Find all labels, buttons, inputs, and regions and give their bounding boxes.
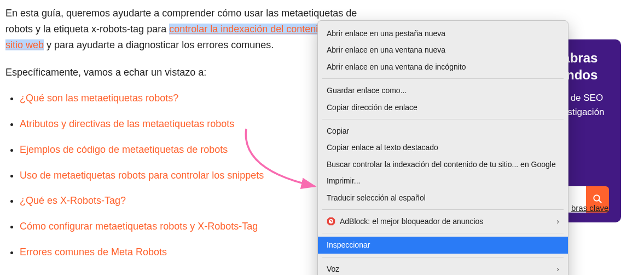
toc-list: ¿Qué son las metaetiquetas robots? Atrib… — [5, 90, 361, 260]
context-menu-item-label: Voz — [327, 263, 339, 275]
context-menu-item[interactable]: Copiar — [318, 123, 568, 139]
context-menu-item-label: Copiar — [327, 125, 349, 137]
context-menu-item[interactable]: Abrir enlace en una ventana nueva — [318, 42, 568, 58]
list-item: Errores comunes de Meta Robots — [20, 244, 361, 260]
toc-link[interactable]: ¿Qué es X-Robots-Tag? — [20, 195, 126, 206]
context-menu-separator — [322, 233, 564, 233]
context-menu-item-label: AdBlock: el mejor bloqueador de anuncios — [340, 215, 483, 227]
context-menu-item[interactable]: Guardar enlace como... — [318, 82, 568, 99]
context-menu-item[interactable]: Copiar enlace al texto destacado — [318, 139, 568, 156]
context-menu-item-label: Abrir enlace en una ventana nueva — [327, 44, 445, 56]
context-menu-separator — [322, 78, 564, 79]
toc-link[interactable]: Atributos y directivas de las metaetique… — [20, 118, 234, 129]
context-menu-separator — [322, 119, 564, 119]
sidebar-caption-link[interactable]: bras clave — [571, 202, 608, 215]
context-menu-item[interactable]: Imprimir... — [318, 173, 568, 189]
context-menu-item-label: Copiar enlace al texto destacado — [327, 141, 438, 153]
adblock-icon — [327, 217, 335, 226]
list-item: Uso de metaetiquetas robots para control… — [20, 168, 361, 184]
list-item: ¿Qué es X-Robots-Tag? — [20, 193, 361, 209]
toc-link[interactable]: Uso de metaetiquetas robots para control… — [20, 170, 264, 181]
context-menu-item-label: Traducir selección al español — [327, 192, 426, 204]
context-menu-item[interactable]: Inspeccionar — [318, 237, 568, 253]
list-item: Cómo configurar metaetiquetas robots y X… — [20, 219, 361, 234]
toc-link[interactable]: Ejemplos de código de metaetiquetas de r… — [20, 144, 228, 155]
context-menu-item-label: Buscar controlar la indexación del conte… — [327, 158, 556, 170]
chevron-right-icon: › — [556, 215, 559, 227]
context-menu-item[interactable]: Buscar controlar la indexación del conte… — [318, 156, 568, 173]
context-menu-item[interactable]: AdBlock: el mejor bloqueador de anuncios… — [318, 213, 568, 230]
context-menu-item-label: Abrir enlace en una ventana de incógnito — [327, 61, 466, 73]
context-menu-item-label: Abrir enlace en una pestaña nueva — [327, 27, 445, 39]
intro-paragraph: En esta guía, queremos ayudarte a compre… — [5, 5, 361, 53]
context-menu-item[interactable]: Abrir enlace en una pestaña nueva — [318, 25, 568, 42]
context-menu-item-label: Guardar enlace como... — [327, 84, 407, 96]
intro-suffix: y para ayudarte a diagnosticar los error… — [44, 39, 274, 50]
context-menu: Abrir enlace en una pestaña nuevaAbrir e… — [317, 20, 568, 275]
subheading: Específicamente, vamos a echar un vistaz… — [5, 65, 361, 81]
list-item: Atributos y directivas de las metaetique… — [20, 116, 361, 132]
context-menu-item[interactable]: Abrir enlace en una ventana de incógnito — [318, 59, 568, 75]
context-menu-item[interactable]: Traducir selección al español — [318, 190, 568, 206]
toc-link[interactable]: ¿Qué son las metaetiquetas robots? — [20, 93, 178, 104]
toc-link[interactable]: Cómo configurar metaetiquetas robots y X… — [20, 221, 258, 232]
context-menu-item[interactable]: Voz› — [318, 261, 568, 275]
context-menu-separator — [322, 209, 564, 210]
context-menu-item-label: Inspeccionar — [327, 239, 370, 251]
list-item: Ejemplos de código de metaetiquetas de r… — [20, 142, 361, 158]
chevron-right-icon: › — [556, 263, 559, 275]
context-menu-item-label: Copiar dirección de enlace — [327, 101, 417, 113]
toc-link[interactable]: Errores comunes de Meta Robots — [20, 247, 167, 257]
context-menu-separator — [322, 257, 564, 257]
list-item: ¿Qué son las metaetiquetas robots? — [20, 90, 361, 106]
context-menu-item[interactable]: Copiar dirección de enlace — [318, 99, 568, 116]
context-menu-item-label: Imprimir... — [327, 175, 360, 187]
